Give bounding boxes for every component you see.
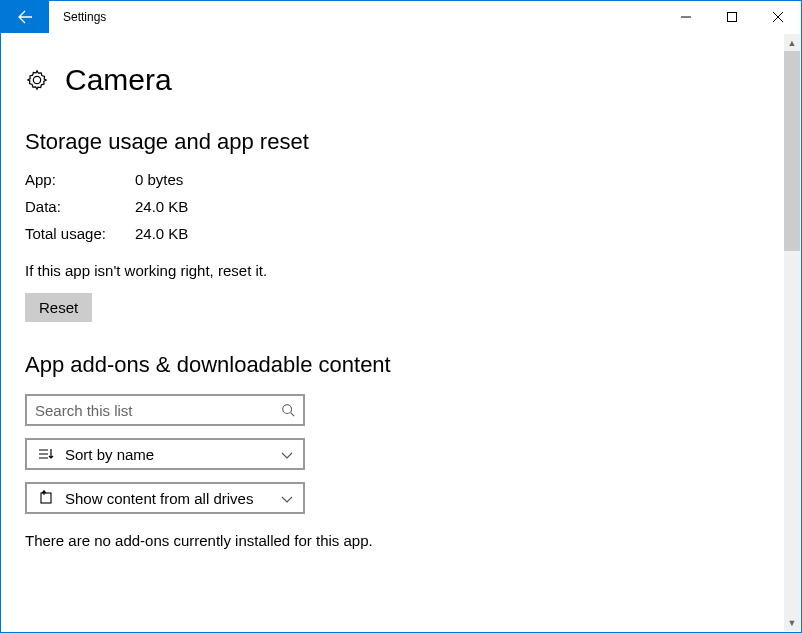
chevron-down-icon (281, 490, 293, 507)
stat-row-app: App: 0 bytes (25, 171, 777, 188)
stat-label: App: (25, 171, 135, 188)
sort-dropdown[interactable]: Sort by name (25, 438, 305, 470)
page-header: Camera (25, 63, 777, 97)
search-icon (281, 403, 295, 417)
close-button[interactable] (755, 1, 801, 33)
reset-hint: If this app isn't working right, reset i… (25, 262, 777, 279)
addons-heading: App add-ons & downloadable content (25, 352, 777, 378)
arrow-left-icon (17, 9, 33, 25)
page-title: Camera (65, 63, 172, 97)
stat-label: Data: (25, 198, 135, 215)
svg-rect-0 (728, 13, 737, 22)
svg-point-1 (283, 405, 292, 414)
stat-label: Total usage: (25, 225, 135, 242)
drive-icon (37, 490, 55, 506)
scrollbar[interactable]: ▲ ▼ (784, 34, 800, 631)
storage-heading: Storage usage and app reset (25, 129, 777, 155)
window-controls (663, 1, 801, 33)
reset-button[interactable]: Reset (25, 293, 92, 322)
stat-row-total: Total usage: 24.0 KB (25, 225, 777, 242)
minimize-icon (681, 12, 691, 22)
search-input[interactable] (35, 402, 281, 419)
stat-value: 24.0 KB (135, 225, 188, 242)
scroll-down-icon[interactable]: ▼ (784, 614, 800, 631)
scrollbar-thumb[interactable] (784, 51, 800, 251)
svg-rect-2 (41, 493, 51, 503)
filter-dropdown[interactable]: Show content from all drives (25, 482, 305, 514)
sort-label: Sort by name (65, 446, 281, 463)
gear-icon (25, 68, 49, 92)
close-icon (773, 12, 783, 22)
stat-value: 24.0 KB (135, 198, 188, 215)
scroll-up-icon[interactable]: ▲ (784, 34, 800, 51)
filter-label: Show content from all drives (65, 490, 281, 507)
minimize-button[interactable] (663, 1, 709, 33)
maximize-button[interactable] (709, 1, 755, 33)
stat-value: 0 bytes (135, 171, 183, 188)
titlebar: Settings (1, 1, 801, 33)
content-area: Camera Storage usage and app reset App: … (1, 33, 801, 632)
sort-icon (37, 447, 55, 461)
back-button[interactable] (1, 1, 49, 33)
window-title: Settings (49, 1, 663, 33)
storage-stats: App: 0 bytes Data: 24.0 KB Total usage: … (25, 171, 777, 242)
stat-row-data: Data: 24.0 KB (25, 198, 777, 215)
search-box[interactable] (25, 394, 305, 426)
chevron-down-icon (281, 446, 293, 463)
empty-message: There are no add-ons currently installed… (25, 532, 777, 549)
maximize-icon (727, 12, 737, 22)
